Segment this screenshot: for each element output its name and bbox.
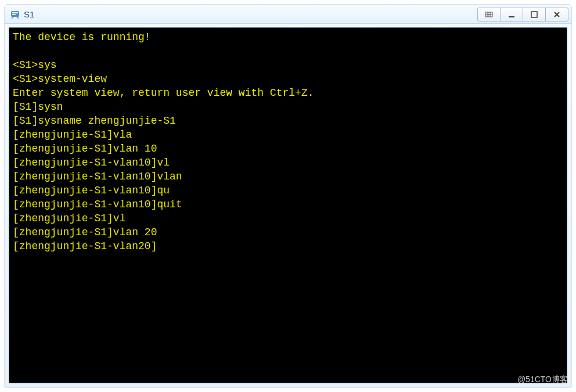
window-controls [477, 8, 568, 21]
terminal-line: [zhengjunjie-S1-vlan10]quit [13, 197, 563, 211]
terminal-line: [zhengjunjie-S1-vlan10]vl [13, 156, 563, 170]
terminal-line: [zhengjunjie-S1-vlan10]qu [13, 184, 563, 197]
terminal-line: The device is running! [13, 30, 563, 44]
titlebar[interactable]: S1 [5, 5, 571, 24]
terminal-line: Enter system view, return user view with… [13, 86, 563, 100]
svg-rect-8 [509, 16, 514, 17]
svg-rect-1 [12, 12, 18, 13]
terminal-line: [zhengjunjie-S1-vlan10]vlan [13, 170, 563, 184]
close-button[interactable] [545, 8, 568, 21]
terminal-line: [S1]sysname zhengjunjie-S1 [13, 114, 563, 128]
options-button[interactable] [477, 8, 501, 21]
app-window: S1 [5, 5, 571, 387]
terminal-line: [zhengjunjie-S1]vlan 10 [13, 142, 563, 156]
terminal-line: [S1]sysn [13, 100, 563, 114]
terminal-line: [zhengjunjie-S1-vlan20] [13, 239, 563, 253]
terminal-container: The device is running!<S1>sys<S1>system-… [5, 24, 571, 387]
terminal-line: [zhengjunjie-S1]vlan 20 [13, 225, 563, 239]
terminal-line: <S1>sys [13, 58, 563, 72]
app-icon [10, 9, 20, 20]
terminal-line [13, 44, 563, 58]
svg-rect-2 [12, 14, 16, 15]
svg-rect-9 [531, 12, 537, 17]
maximize-button[interactable] [523, 8, 546, 21]
minimize-button[interactable] [500, 8, 523, 21]
terminal-line: <S1>system-view [13, 72, 563, 86]
window-title: S1 [24, 9, 34, 19]
terminal[interactable]: The device is running!<S1>sys<S1>system-… [9, 27, 567, 383]
terminal-line: [zhengjunjie-S1]vla [13, 128, 563, 142]
terminal-line: [zhengjunjie-S1]vl [13, 211, 563, 225]
